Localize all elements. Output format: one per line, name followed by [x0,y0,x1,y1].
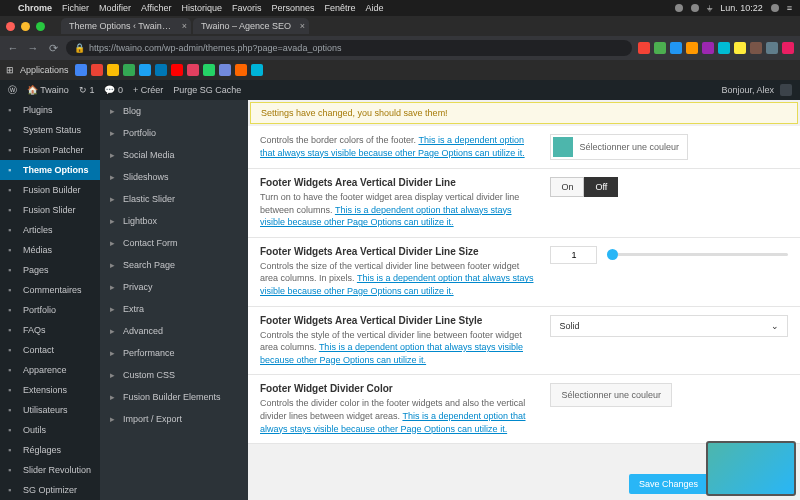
menu-window[interactable]: Fenêtre [324,3,355,13]
theme-option-tab[interactable]: ▸Advanced [100,320,248,342]
browser-tab[interactable]: Twaino – Agence SEO× [193,18,309,34]
bookmark-icon[interactable] [251,64,263,76]
theme-option-tab[interactable]: ▸Portfolio [100,122,248,144]
browser-tab[interactable]: Theme Options ‹ Twaino — W× [61,18,191,34]
menu-bookmarks[interactable]: Favoris [232,3,262,13]
wifi-icon[interactable]: ⏚ [707,3,712,13]
dependent-link[interactable]: This is a dependent option that always s… [260,342,523,365]
sidebar-item[interactable]: ▪Fusion Builder [0,180,100,200]
sidebar-item[interactable]: ▪System Status [0,120,100,140]
reload-icon[interactable]: ⟳ [46,42,60,55]
sidebar-item[interactable]: ▪FAQs [0,320,100,340]
theme-option-tab[interactable]: ▸Elastic Slider [100,188,248,210]
save-changes-button[interactable]: Save Changes [629,474,708,494]
sidebar-item[interactable]: ▪SG Optimizer [0,480,100,500]
sidebar-item[interactable]: ▪Médias [0,240,100,260]
screen-preview-thumbnail[interactable] [706,441,796,496]
app-name[interactable]: Chrome [18,3,52,13]
slider-value[interactable]: 1 [550,246,597,264]
bookmark-icon[interactable] [123,64,135,76]
theme-option-tab[interactable]: ▸Contact Form [100,232,248,254]
theme-option-tab[interactable]: ▸Blog [100,100,248,122]
theme-option-tab[interactable]: ▸Custom CSS [100,364,248,386]
address-bar[interactable]: 🔒 https://twaino.com/wp-admin/themes.php… [66,40,632,56]
menu-help[interactable]: Aide [366,3,384,13]
new-content[interactable]: + Créer [133,85,163,95]
bookmark-icon[interactable] [171,64,183,76]
theme-option-tab[interactable]: ▸Search Page [100,254,248,276]
site-name[interactable]: 🏠 Twaino [27,85,69,95]
toggle-on[interactable]: On [550,177,584,197]
extension-icon[interactable] [766,42,778,54]
bookmark-icon[interactable] [139,64,151,76]
extension-icon[interactable] [734,42,746,54]
sidebar-item[interactable]: ▪Réglages [0,440,100,460]
bookmark-icon[interactable] [75,64,87,76]
greeting[interactable]: Bonjour, Alex [721,85,774,95]
dependent-link[interactable]: This is a dependent option that always s… [260,273,534,296]
theme-option-tab[interactable]: ▸Extra [100,298,248,320]
bookmark-icon[interactable] [187,64,199,76]
extension-icon[interactable] [718,42,730,54]
menu-icon[interactable]: ≡ [787,3,792,13]
sidebar-item[interactable]: ▪Fusion Slider [0,200,100,220]
menu-file[interactable]: Fichier [62,3,89,13]
theme-option-tab[interactable]: ▸Performance [100,342,248,364]
slider-track[interactable] [607,253,788,256]
dependent-link[interactable]: This is a dependent option that always s… [260,135,525,158]
theme-option-tab[interactable]: ▸Lightbox [100,210,248,232]
comments-count[interactable]: 💬 0 [104,85,123,95]
dependent-link[interactable]: This is a dependent option that always s… [260,411,526,434]
minimize-window-icon[interactable] [21,22,30,31]
extension-icon[interactable] [782,42,794,54]
updates-icon[interactable]: ↻ 1 [79,85,95,95]
sidebar-item[interactable]: ▪Fusion Patcher [0,140,100,160]
sidebar-item[interactable]: ▪Outils [0,420,100,440]
bookmark-icon[interactable] [107,64,119,76]
theme-option-tab[interactable]: ▸Fusion Builder Elements [100,386,248,408]
purge-cache[interactable]: Purge SG Cache [173,85,241,95]
color-picker[interactable]: Sélectionner une couleur [550,134,688,160]
select-dropdown[interactable]: Solid⌄ [550,315,788,337]
sidebar-item[interactable]: ▪Slider Revolution [0,460,100,480]
avatar[interactable] [780,84,792,96]
sidebar-item[interactable]: ▪Utilisateurs [0,400,100,420]
dependent-link[interactable]: This is a dependent option that always s… [260,205,512,228]
theme-option-tab[interactable]: ▸Privacy [100,276,248,298]
sidebar-item[interactable]: ▪Apparence [0,360,100,380]
bookmark-apps[interactable]: Applications [20,65,69,75]
wp-logo-icon[interactable]: ⓦ [8,84,17,97]
bookmark-icon[interactable] [91,64,103,76]
extension-icon[interactable] [750,42,762,54]
sidebar-item[interactable]: ▪Theme Options [0,160,100,180]
sidebar-item[interactable]: ▪Contact [0,340,100,360]
sidebar-item[interactable]: ▪Plugins [0,100,100,120]
back-icon[interactable]: ← [6,42,20,54]
sidebar-item[interactable]: ▪Portfolio [0,300,100,320]
bookmark-icon[interactable] [203,64,215,76]
sidebar-item[interactable]: ▪Articles [0,220,100,240]
menu-edit[interactable]: Modifier [99,3,131,13]
extension-icon[interactable] [686,42,698,54]
sidebar-item[interactable]: ▪Commentaires [0,280,100,300]
maximize-window-icon[interactable] [36,22,45,31]
bookmark-icon[interactable] [235,64,247,76]
close-tab-icon[interactable]: × [182,21,187,31]
menu-view[interactable]: Afficher [141,3,171,13]
close-window-icon[interactable] [6,22,15,31]
bookmark-icon[interactable] [155,64,167,76]
extension-icon[interactable] [670,42,682,54]
extension-icon[interactable] [654,42,666,54]
extension-icon[interactable] [702,42,714,54]
forward-icon[interactable]: → [26,42,40,54]
extension-icon[interactable] [638,42,650,54]
slider-thumb[interactable] [607,249,618,260]
theme-option-tab[interactable]: ▸Slideshows [100,166,248,188]
bookmark-icon[interactable] [219,64,231,76]
theme-option-tab[interactable]: ▸Social Media [100,144,248,166]
menu-people[interactable]: Personnes [271,3,314,13]
sidebar-item[interactable]: ▪Extensions [0,380,100,400]
apps-icon[interactable]: ⊞ [6,65,14,75]
sidebar-item[interactable]: ▪Pages [0,260,100,280]
toggle-off[interactable]: Off [584,177,618,197]
